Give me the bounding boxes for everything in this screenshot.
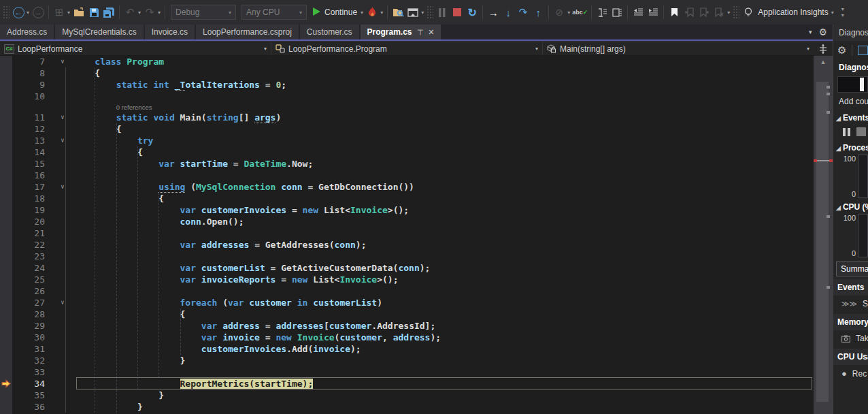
code-line-18[interactable]: 18 { bbox=[0, 193, 814, 204]
navigate-backward-icon[interactable]: ← bbox=[11, 3, 26, 21]
save-icon[interactable] bbox=[86, 3, 101, 21]
application-insights-bulb-icon[interactable] bbox=[741, 3, 756, 21]
summary-group-action[interactable]: ●Rec bbox=[833, 365, 868, 381]
increase-indent-icon[interactable] bbox=[646, 3, 661, 21]
find-in-files-icon[interactable] bbox=[390, 3, 405, 21]
code-editor[interactable]: 7∨ class Program8 {9 static int _TotalIt… bbox=[0, 56, 814, 414]
code-line-14[interactable]: 14 { bbox=[0, 146, 814, 158]
panel-tool-icon[interactable] bbox=[858, 46, 868, 55]
save-all-icon[interactable] bbox=[101, 3, 116, 21]
code-line-30[interactable]: 30 var invoice = new Invoice(customer, a… bbox=[0, 332, 814, 343]
diagnostics-session-tab[interactable]: Diagnos bbox=[833, 60, 868, 75]
fold-collapse-icon[interactable]: ∨ bbox=[52, 297, 73, 308]
fold-collapse-icon[interactable]: ∨ bbox=[52, 181, 73, 193]
chevron-down-icon[interactable]: ▾ bbox=[380, 10, 383, 16]
code-line-10[interactable]: 10 bbox=[0, 91, 814, 102]
block-structure-icon[interactable] bbox=[610, 3, 624, 21]
code-line-8[interactable]: 8 { bbox=[0, 67, 814, 79]
code-line-27[interactable]: 27∨ foreach (var customer in customerLis… bbox=[0, 297, 814, 308]
fold-collapse-icon[interactable]: ∨ bbox=[52, 56, 73, 67]
application-insights-dropdown[interactable]: Application Insights bbox=[756, 7, 830, 17]
code-line-7[interactable]: 7∨ class Program bbox=[0, 56, 814, 67]
spell-checker-icon[interactable]: abc✓ bbox=[571, 3, 588, 21]
clear-bookmarks-icon[interactable] bbox=[712, 3, 727, 21]
code-line-19[interactable]: 19 var customerInvoices = new List<Invoi… bbox=[0, 204, 814, 216]
chevron-down-icon[interactable]: ▾ bbox=[138, 10, 141, 16]
code-line-34[interactable]: 34 ReportMetrics(startTime); bbox=[0, 378, 814, 389]
restart-icon[interactable]: ↻ bbox=[465, 3, 480, 21]
stop-debugging-icon[interactable] bbox=[450, 3, 465, 21]
code-line-25[interactable]: 25 var invoiceReports = new List<Invoice… bbox=[0, 274, 814, 285]
redo-icon[interactable]: ↷ bbox=[142, 3, 157, 21]
step-into-icon[interactable]: ↓ bbox=[501, 3, 516, 21]
step-over-icon[interactable]: ↷ bbox=[516, 3, 531, 21]
solution-platforms-select[interactable]: Any CPU▾ bbox=[241, 5, 307, 20]
previous-bookmark-icon[interactable] bbox=[682, 3, 697, 21]
project-dropdown[interactable]: C# LoopPerformance ▾ bbox=[0, 42, 271, 55]
code-line-13[interactable]: 13∨ try bbox=[0, 135, 814, 146]
code-line-16[interactable]: 16 bbox=[0, 170, 814, 181]
split-window-handle[interactable] bbox=[814, 42, 833, 56]
next-bookmark-icon[interactable] bbox=[697, 3, 712, 21]
close-icon[interactable]: ✕ bbox=[428, 28, 434, 37]
chevron-down-icon[interactable]: ▾ bbox=[421, 10, 424, 16]
pin-icon[interactable]: ⊢ bbox=[416, 29, 424, 35]
chevron-down-icon[interactable]: ▾ bbox=[831, 10, 834, 16]
tab-customer-cs[interactable]: Customer.cs bbox=[300, 25, 359, 39]
code-line-32[interactable]: 32 } bbox=[0, 355, 814, 366]
tab-options-gear-icon[interactable]: ⚙ bbox=[818, 27, 827, 37]
code-line-22[interactable]: 22 var addresses = GetAddresses(conn); bbox=[0, 239, 814, 251]
chevron-down-icon[interactable]: ▾ bbox=[361, 10, 363, 16]
tab-program-cs[interactable]: Program.cs⊢✕ bbox=[361, 25, 441, 39]
diagnostics-timeline[interactable] bbox=[837, 76, 868, 93]
member-dropdown[interactable]: Main(string[] args) ▾ bbox=[543, 42, 814, 55]
word-wrap-icon[interactable] bbox=[595, 3, 610, 21]
events-section-header[interactable]: ◢Events bbox=[833, 109, 868, 125]
fold-collapse-icon[interactable]: ∨ bbox=[52, 135, 73, 146]
code-line-26[interactable]: 26 bbox=[0, 285, 814, 297]
code-line-17[interactable]: 17∨ using (MySqlConnection conn = GetDbC… bbox=[0, 181, 814, 193]
break-all-icon[interactable] bbox=[435, 3, 450, 21]
solution-configurations-select[interactable]: Debug▾ bbox=[171, 5, 236, 20]
tab-list-dropdown-icon[interactable]: ▾ bbox=[809, 29, 812, 35]
open-file-icon[interactable] bbox=[71, 3, 86, 21]
panel-settings-gear-icon[interactable]: ⚙ bbox=[837, 44, 846, 57]
toolbar-grip[interactable] bbox=[3, 5, 10, 19]
code-line-9[interactable]: 9 static int _TotalIterations = 0; bbox=[0, 79, 814, 91]
code-line-33[interactable]: 33 bbox=[0, 366, 814, 378]
undo-icon[interactable]: ↶ bbox=[122, 3, 137, 21]
browse-with-icon[interactable] bbox=[405, 3, 420, 21]
tab-mysqlcredentials-cs[interactable]: MySqlCredentials.cs bbox=[55, 25, 143, 39]
code-line-35[interactable]: 35 } bbox=[0, 389, 814, 401]
toolbar-grip[interactable] bbox=[733, 5, 739, 19]
events-filter-icon[interactable] bbox=[856, 127, 866, 136]
new-project-icon[interactable]: ⊞ bbox=[52, 3, 67, 21]
code-line-20[interactable]: 20 conn.Open(); bbox=[0, 216, 814, 227]
breakpoints-disable-icon[interactable]: ⊘ bbox=[552, 3, 567, 21]
code-line-29[interactable]: 29 var address = addresses[customer.Addr… bbox=[0, 320, 814, 332]
toolbar-grip[interactable] bbox=[427, 5, 433, 19]
toggle-bookmark-icon[interactable] bbox=[667, 3, 682, 21]
tab-loopperformance-csproj[interactable]: LoopPerformance.csproj bbox=[196, 25, 299, 39]
scrollbar-thumb[interactable] bbox=[816, 82, 829, 402]
decrease-indent-icon[interactable] bbox=[631, 3, 646, 21]
summary-group-action[interactable]: Tak bbox=[833, 330, 868, 346]
codelens-references[interactable]: 0 references bbox=[73, 104, 152, 111]
tab-address-cs[interactable]: Address.cs bbox=[0, 25, 54, 39]
continue-button[interactable]: Continue bbox=[310, 7, 360, 18]
code-line-15[interactable]: 15 var startTime = DateTime.Now; bbox=[0, 158, 814, 170]
code-line-36[interactable]: 36 } bbox=[0, 401, 814, 413]
code-line-11[interactable]: 11∨ static void Main(string[] args) bbox=[0, 112, 814, 123]
toolbar-overflow-icon[interactable]: ▾▾ bbox=[835, 3, 850, 21]
code-line-28[interactable]: 28 { bbox=[0, 308, 814, 320]
fold-collapse-icon[interactable]: ∨ bbox=[52, 112, 73, 123]
step-out-icon[interactable]: ↑ bbox=[531, 3, 546, 21]
chevron-down-icon[interactable]: ▾ bbox=[727, 10, 730, 16]
tab-invoice-cs[interactable]: Invoice.cs bbox=[145, 25, 195, 39]
chevron-down-icon[interactable]: ▾ bbox=[27, 10, 29, 16]
chevron-down-icon[interactable]: ▾ bbox=[67, 10, 70, 16]
cpu-section-header[interactable]: ◢CPU (% bbox=[833, 198, 868, 214]
summary-tab[interactable]: Summar bbox=[836, 261, 868, 276]
code-line-21[interactable]: 21 bbox=[0, 227, 814, 239]
add-counter-link[interactable]: Add cou bbox=[833, 94, 868, 109]
